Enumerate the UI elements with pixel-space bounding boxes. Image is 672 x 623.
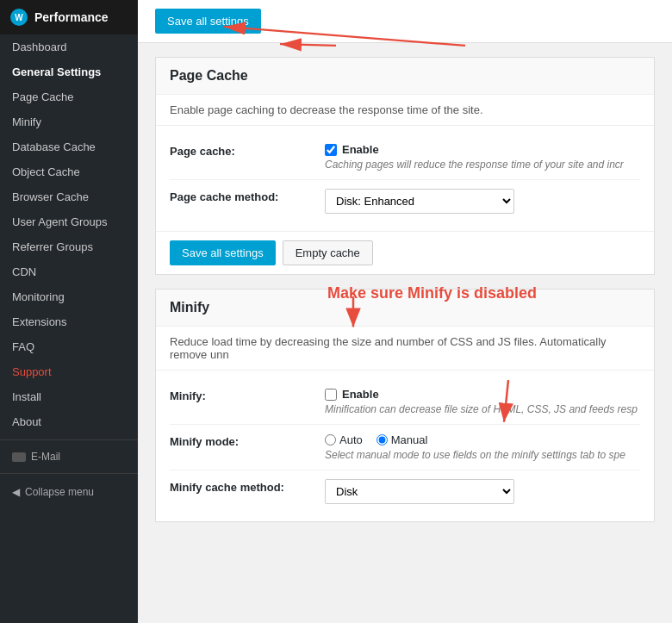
collapse-menu-button[interactable]: ◀ Collapse menu xyxy=(0,479,138,505)
sidebar: W Performance Dashboard General Settings… xyxy=(0,0,138,623)
sidebar-item-extensions[interactable]: Extensions xyxy=(0,309,138,334)
sidebar-item-cdn[interactable]: CDN xyxy=(0,259,138,284)
sidebar-item-general-settings[interactable]: General Settings xyxy=(0,59,138,84)
minify-enable-row: Minify: Enable Minification can decrease… xyxy=(170,379,640,425)
minify-mode-label: Minify mode: xyxy=(170,433,325,448)
sidebar-nav: Dashboard General Settings Page Cache Mi… xyxy=(0,34,138,505)
minify-manual-radio-label[interactable]: Manual xyxy=(376,433,428,446)
save-all-settings-top-button[interactable]: Save all settings xyxy=(155,9,261,34)
save-all-settings-page-cache-button[interactable]: Save all settings xyxy=(170,240,276,265)
sidebar-item-faq[interactable]: FAQ xyxy=(0,334,138,359)
sidebar-item-support[interactable]: Support xyxy=(0,359,138,384)
sidebar-item-dashboard[interactable]: Dashboard xyxy=(0,34,138,59)
minify-auto-text: Auto xyxy=(339,433,363,446)
page-cache-enable-checkbox[interactable] xyxy=(325,144,337,156)
page-cache-method-row: Page cache method: Disk: Enhanced xyxy=(170,180,640,222)
page-cache-enable-hint: Caching pages will reduce the response t… xyxy=(325,159,640,171)
page-cache-enable-text: Enable xyxy=(342,143,379,156)
page-wrapper: Save all settings Page Cache Enable page… xyxy=(138,0,672,550)
minify-title: Minify xyxy=(156,290,654,327)
page-cache-method-select[interactable]: Disk: Enhanced xyxy=(325,189,514,214)
minify-body: Minify: Enable Minification can decrease… xyxy=(156,371,654,521)
minify-enable-label: Minify: xyxy=(170,388,325,402)
minify-enable-text: Enable xyxy=(342,388,379,401)
minify-description: Reduce load time by decreasing the size … xyxy=(156,327,654,371)
email-section: E-Mail xyxy=(0,445,138,468)
main-content: Save all settings Page Cache Enable page… xyxy=(138,0,672,623)
minify-mode-control: Auto Manual Select manual mode to use fi… xyxy=(325,433,640,461)
sidebar-item-page-cache[interactable]: Page Cache xyxy=(0,84,138,109)
minify-section: Minify Reduce load time by decreasing th… xyxy=(155,289,655,522)
sidebar-item-install[interactable]: Install xyxy=(0,384,138,409)
minify-enable-hint: Minification can decrease file size of H… xyxy=(325,403,640,415)
page-cache-title: Page Cache xyxy=(156,58,654,95)
sidebar-item-object-cache[interactable]: Object Cache xyxy=(0,159,138,184)
minify-mode-hint: Select manual mode to use fields on the … xyxy=(325,449,640,461)
minify-enable-checkbox-label[interactable]: Enable xyxy=(325,388,640,401)
page-cache-enable-label[interactable]: Enable xyxy=(325,143,640,156)
minify-mode-row: Minify mode: Auto Manual xyxy=(170,425,640,470)
minify-auto-radio[interactable] xyxy=(325,434,336,445)
page-cache-section: Page Cache Enable page caching to decrea… xyxy=(155,57,655,275)
minify-enable-checkbox[interactable] xyxy=(325,389,337,401)
minify-manual-radio[interactable] xyxy=(376,434,388,445)
sidebar-item-about[interactable]: About xyxy=(0,409,138,434)
collapse-arrow-icon: ◀ xyxy=(12,486,20,498)
email-icon xyxy=(12,452,26,462)
sidebar-header: W Performance xyxy=(0,0,138,34)
page-cache-description: Enable page caching to decrease the resp… xyxy=(156,95,654,126)
page-cache-label: Page cache: xyxy=(170,143,325,158)
minify-cache-method-select[interactable]: Disk xyxy=(325,479,514,504)
sidebar-item-monitoring[interactable]: Monitoring xyxy=(0,284,138,309)
page-cache-control: Enable Caching pages will reduce the res… xyxy=(325,143,640,171)
page-cache-enable-row: Page cache: Enable Caching pages will re… xyxy=(170,134,640,180)
page-cache-method-control: Disk: Enhanced xyxy=(325,189,640,214)
minify-cache-method-control: Disk xyxy=(325,479,640,504)
performance-icon: W xyxy=(10,9,28,26)
sidebar-item-database-cache[interactable]: Database Cache xyxy=(0,134,138,159)
sidebar-item-referrer-groups[interactable]: Referrer Groups xyxy=(0,234,138,259)
top-bar: Save all settings xyxy=(138,0,672,43)
empty-cache-button[interactable]: Empty cache xyxy=(283,240,373,265)
page-cache-btn-row: Save all settings Empty cache xyxy=(156,231,654,274)
sidebar-item-browser-cache[interactable]: Browser Cache xyxy=(0,184,138,209)
page-cache-body: Page cache: Enable Caching pages will re… xyxy=(156,126,654,231)
minify-mode-radio-group: Auto Manual xyxy=(325,433,640,446)
sidebar-item-user-agent-groups[interactable]: User Agent Groups xyxy=(0,209,138,234)
minify-manual-text: Manual xyxy=(391,433,428,446)
sidebar-divider-1 xyxy=(0,439,138,440)
minify-cache-method-label: Minify cache method: xyxy=(170,479,325,494)
minify-cache-method-row: Minify cache method: Disk xyxy=(170,470,640,513)
sidebar-divider-2 xyxy=(0,473,138,474)
minify-enable-control: Enable Minification can decrease file si… xyxy=(325,388,640,415)
page-cache-method-label: Page cache method: xyxy=(170,189,325,203)
sidebar-title: Performance xyxy=(34,10,109,24)
content-area: Page Cache Enable page caching to decrea… xyxy=(138,43,672,550)
minify-auto-radio-label[interactable]: Auto xyxy=(325,433,363,446)
sidebar-item-minify[interactable]: Minify xyxy=(0,109,138,134)
